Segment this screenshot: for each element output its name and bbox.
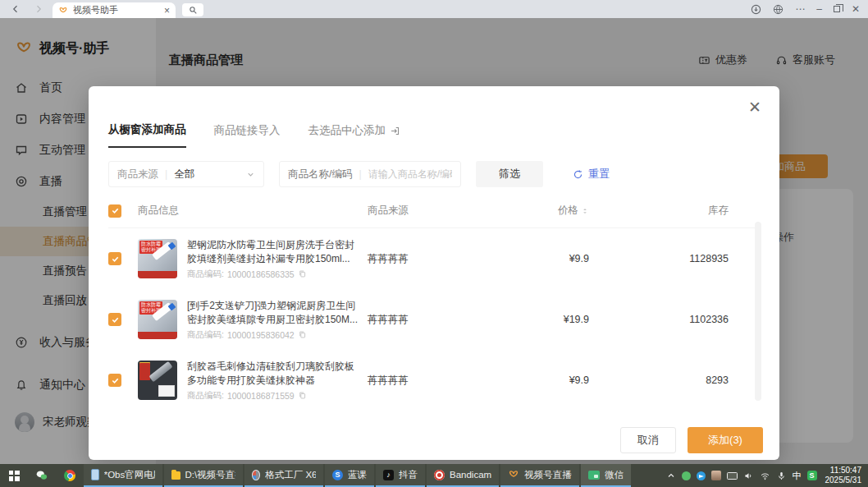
taskbar-clock[interactable]: 11:50:47 2025/5/31 (822, 464, 868, 487)
screen-share-icon (588, 471, 600, 480)
copy-icon[interactable] (298, 269, 307, 278)
tab-import-by-link[interactable]: 商品链接导入 (214, 122, 281, 148)
wechat-icon (35, 469, 48, 482)
tab-add-from-showcase[interactable]: 从橱窗添加商品 (108, 122, 186, 148)
start-button[interactable] (0, 464, 28, 487)
tray-sogou-icon[interactable]: S (807, 471, 817, 480)
product-checkbox[interactable] (108, 313, 121, 326)
reset-button[interactable]: 重置 (573, 167, 610, 181)
sort-icon (581, 206, 589, 216)
more-icon[interactable]: ⋯ (795, 4, 805, 14)
tab-title: 视频号助手 (73, 4, 159, 16)
column-price[interactable]: 价格 (482, 204, 589, 218)
product-source: 苒苒苒苒 (368, 252, 482, 266)
search-icon (189, 6, 198, 15)
tray-network-icon[interactable] (760, 471, 770, 481)
globe-icon[interactable] (773, 4, 783, 15)
tray-wechat-icon[interactable] (682, 471, 691, 480)
clock-date: 2025/5/31 (825, 476, 862, 485)
column-product-source: 商品来源 (368, 204, 482, 218)
browser-tab[interactable]: 视频号助手 × (53, 2, 176, 18)
clock-time: 11:50:47 (825, 466, 862, 476)
taskbar-app-folder[interactable]: D:\视频号直播... (164, 464, 243, 487)
forward-icon[interactable] (33, 3, 44, 15)
tab-favicon-icon (58, 6, 68, 16)
product-title[interactable]: 塑钢泥防水防霉卫生间厨房洗手台密封胶填缝剂美缝封边补漏专用胶150ml... (187, 238, 361, 266)
channels-live-icon (508, 469, 519, 480)
product-title[interactable]: [到手2支送铲刀]强力塑钢泥厨房卫生间密封胶美缝填隙专用厨卫密封胶150M... (187, 299, 361, 327)
external-link-icon (390, 126, 400, 136)
product-table: 防水防霉密封补漏 塑钢泥防水防霉卫生间厨房洗手台密封胶填缝剂美缝封边补漏专用胶1… (108, 228, 760, 411)
check-icon (111, 255, 120, 264)
product-checkbox[interactable] (108, 252, 121, 265)
copy-icon[interactable] (298, 391, 307, 400)
source-select[interactable]: 商品来源 | 全部 (108, 161, 264, 187)
product-title[interactable]: 刮胶器毛刺修边清硅胶刮刀璃胶刮胶板多功能专用打胶美缝抹胶神器 (187, 360, 361, 388)
taskbar-app-obs[interactable]: *Obs官网电脑... (84, 464, 162, 487)
format-factory-icon (252, 470, 260, 480)
tray-mic-icon[interactable] (776, 471, 787, 481)
cancel-button[interactable]: 取消 (620, 427, 676, 453)
select-all-checkbox[interactable] (108, 204, 121, 218)
table-header: 商品信息 商品来源 价格 库存 (108, 194, 760, 228)
search-input[interactable] (368, 168, 452, 180)
chrome-icon (64, 470, 75, 481)
taskbar: *Obs官网电脑... D:\视频号直播... 格式工厂 X64 ... S 蓝… (0, 464, 868, 487)
folder-icon (171, 471, 180, 480)
product-source: 苒苒苒苒 (368, 374, 482, 388)
tray-telegram-icon[interactable] (697, 471, 706, 480)
column-product-info: 商品信息 (138, 204, 368, 218)
product-search-box[interactable]: 商品名称/编码 | (279, 161, 461, 187)
taskbar-chrome-launcher[interactable] (56, 464, 84, 487)
system-tray: 中 S (661, 464, 822, 487)
table-row: 刮胶器毛刺修边清硅胶刮刀璃胶刮胶板多功能专用打胶美缝抹胶神器 商品编码: 100… (108, 350, 760, 411)
tray-volume-icon[interactable] (743, 471, 754, 481)
desktop: 视频号·助手 首页 内容管理 互动管理 直播 直播管理 直播商品管理 直播预告 … (0, 18, 868, 464)
tray-avatar[interactable] (711, 471, 721, 480)
tray-ime[interactable]: 中 (793, 470, 802, 482)
product-price: ¥9.9 (482, 374, 589, 386)
product-source: 苒苒苒苒 (368, 313, 482, 327)
filter-button[interactable]: 筛选 (476, 161, 543, 187)
product-image: 防水防霉密封补漏 (138, 239, 177, 278)
copy-icon[interactable] (298, 330, 307, 339)
product-stock: 1128935 (589, 253, 729, 264)
product-price: ¥19.9 (482, 314, 589, 325)
taskbar-app-formatfactory[interactable]: 格式工厂 X64 ... (244, 464, 323, 487)
column-stock: 库存 (589, 204, 729, 218)
refresh-icon (573, 169, 583, 180)
source-select-value: 全部 (174, 168, 194, 181)
douyin-icon: ♪ (383, 470, 394, 480)
confirm-add-button[interactable]: 添加(3) (688, 427, 763, 453)
product-code: 商品编码: 10000186586335 (187, 269, 361, 280)
modal-close-icon[interactable]: ✕ (748, 99, 761, 115)
back-icon[interactable] (10, 3, 21, 15)
product-image (138, 361, 177, 400)
taskbar-app-channels-live[interactable]: 视频号直播伴侣 (500, 464, 579, 487)
product-stock: 8293 (589, 374, 729, 386)
tray-card-icon[interactable] (727, 472, 738, 480)
table-row: 防水防霉密封补漏 塑钢泥防水防霉卫生间厨房洗手台密封胶填缝剂美缝封边补漏专用胶1… (108, 228, 760, 289)
taskbar-app-bandicam[interactable]: Bandicam (427, 464, 499, 487)
check-icon (111, 315, 120, 324)
add-product-modal: ✕ 从橱窗添加商品 商品链接导入 去选品中心添加 商品来源 | 全部 商品名称/… (89, 86, 779, 460)
lanke-icon: S (332, 470, 343, 480)
modal-tabs: 从橱窗添加商品 商品链接导入 去选品中心添加 (89, 86, 779, 148)
taskbar-wechat-launcher[interactable] (28, 464, 56, 487)
taskbar-app-wechat-active[interactable]: 微信 (581, 464, 631, 487)
download-icon[interactable] (751, 4, 761, 15)
modal-scrollbar[interactable] (755, 222, 761, 401)
tray-expand-icon[interactable] (666, 471, 676, 480)
taskbar-app-douyin[interactable]: ♪ 抖音 (376, 464, 425, 487)
product-checkbox[interactable] (108, 374, 121, 387)
tab-close-icon[interactable]: × (164, 6, 170, 16)
document-icon (91, 469, 99, 480)
product-code: 商品编码: 10000186871559 (187, 390, 361, 402)
close-button[interactable]: ✕ (852, 4, 860, 14)
minimize-button[interactable]: – (816, 4, 822, 14)
restore-button[interactable] (834, 6, 840, 12)
tab-go-selection-center[interactable]: 去选品中心添加 (308, 122, 401, 148)
product-stock: 1102336 (589, 314, 729, 325)
taskbar-app-lanke[interactable]: S 蓝课 (325, 464, 374, 487)
browser-search-button[interactable] (182, 3, 203, 16)
